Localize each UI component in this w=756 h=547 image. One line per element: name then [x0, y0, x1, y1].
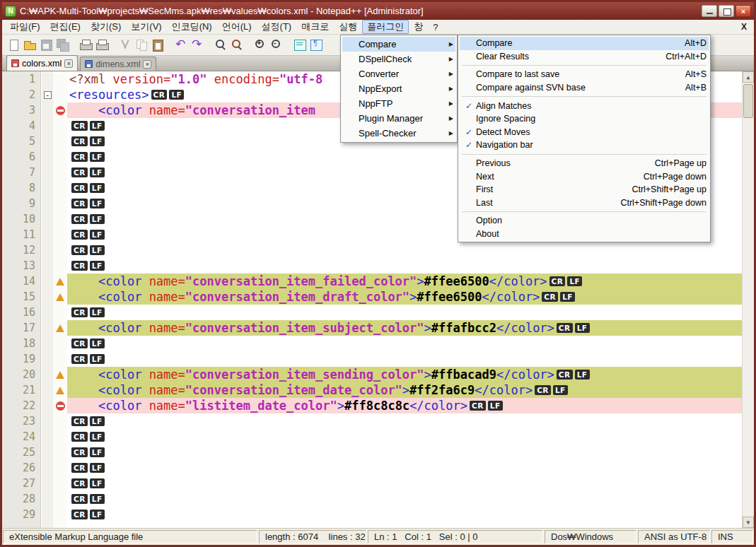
- eol-lf-marker: LF: [90, 478, 105, 488]
- scroll-down-icon[interactable]: ▼: [743, 517, 754, 528]
- menu-실행[interactable]: 실행: [334, 20, 362, 34]
- cut-icon: [118, 37, 133, 52]
- menu-item-label: Compare to last save: [476, 69, 559, 79]
- eol-lf-marker: LF: [90, 447, 105, 457]
- fold-margin: -: [42, 91, 53, 99]
- menu-item-compare[interactable]: Compare▶: [342, 37, 455, 52]
- tab-close-icon[interactable]: ×: [143, 60, 151, 69]
- checkmark-icon: ✓: [462, 127, 476, 137]
- paste-icon[interactable]: [151, 37, 165, 52]
- menu-언어-l[interactable]: 언어(L): [217, 20, 257, 34]
- status-insert-mode[interactable]: INS: [711, 530, 753, 543]
- menu-item-label: Last: [476, 198, 493, 208]
- menu-item-navigation-bar[interactable]: ✓Navigation bar: [460, 139, 709, 152]
- status-bar: eXtensible Markup Language file length :…: [2, 528, 754, 545]
- scroll-up-icon[interactable]: ▲: [743, 71, 754, 83]
- line-number: 19: [2, 353, 42, 365]
- editor-line-15: 15 <color name="conversation_item_draft_…: [2, 289, 742, 305]
- zoom-out-icon[interactable]: [269, 37, 284, 52]
- titlebar[interactable]: C:₩APK-Multi-Tool₩projects₩SecMms.apk₩re…: [2, 2, 754, 20]
- new-file-icon[interactable]: [6, 37, 21, 52]
- menu-item-compare-against-svn-base[interactable]: Compare against SVN baseAlt+B: [460, 81, 709, 95]
- menu-찾기-s[interactable]: 찾기(S): [86, 20, 126, 34]
- menu-shortcut: Ctrl+Shift+Page up: [612, 184, 706, 194]
- menu-item-compare[interactable]: CompareAlt+D: [460, 37, 709, 50]
- eol-cr-marker: CR: [549, 276, 566, 286]
- menu-item-dspellcheck[interactable]: DSpellCheck▶: [342, 52, 455, 66]
- status-encoding[interactable]: ANSI as UTF-8: [638, 530, 710, 543]
- status-doctype: eXtensible Markup Language file: [3, 530, 257, 543]
- redo-icon[interactable]: [190, 37, 205, 52]
- menu-item-label: Plugin Manager: [359, 113, 423, 124]
- find-icon[interactable]: [214, 37, 228, 52]
- status-eol-format[interactable]: Dos₩Windows: [545, 530, 636, 543]
- menu-item-option[interactable]: Option: [460, 214, 709, 228]
- line-text: CRLF: [67, 413, 742, 429]
- menu-item-detect-moves[interactable]: ✓Detect Moves: [460, 126, 709, 139]
- menu-창[interactable]: 창: [409, 20, 428, 34]
- vertical-scrollbar[interactable]: ▲ ▼: [742, 71, 754, 528]
- eol-cr-marker: CR: [71, 261, 88, 271]
- menu-item-previous[interactable]: PreviousCtrl+Page up: [460, 157, 709, 170]
- menu-편집-e[interactable]: 편집(E): [45, 20, 86, 34]
- menu-item-compare-to-last-save[interactable]: Compare to last saveAlt+S: [460, 68, 709, 81]
- menu-item-clear-results[interactable]: Clear ResultsCtrl+Alt+D: [460, 50, 709, 64]
- menu-shortcut: Alt+S: [665, 69, 706, 79]
- save-icon: [39, 37, 54, 52]
- menu-help[interactable]: ?: [428, 21, 443, 33]
- menu-item-label: Spell-Checker: [359, 128, 417, 139]
- menu-item-last[interactable]: LastCtrl+Shift+Page down: [460, 196, 709, 210]
- menu-플러그인[interactable]: 플러그인: [362, 20, 409, 34]
- menu-separator: [462, 65, 706, 66]
- editor-line-18: 18CRLF: [2, 336, 742, 351]
- menu-보기-v[interactable]: 보기(V): [126, 20, 166, 34]
- menu-매크로[interactable]: 매크로: [296, 20, 334, 34]
- eol-lf-marker: LF: [90, 354, 105, 364]
- eol-lf-marker: LF: [567, 276, 582, 286]
- replace-icon[interactable]: [230, 37, 245, 52]
- compare-submenu: CompareAlt+DClear ResultsCtrl+Alt+DCompa…: [458, 35, 711, 242]
- menu-item-nppexport[interactable]: NppExport▶: [342, 81, 455, 96]
- tab-colors-xml[interactable]: colors.xml×: [6, 55, 78, 71]
- print-icon[interactable]: [78, 37, 93, 52]
- fold-collapse-icon[interactable]: -: [44, 91, 52, 99]
- close-document-icon[interactable]: X: [741, 22, 747, 32]
- word-wrap-icon[interactable]: [293, 37, 308, 52]
- tab-close-icon[interactable]: ×: [64, 59, 73, 68]
- open-file-icon[interactable]: [23, 37, 37, 52]
- eol-lf-marker: LF: [560, 292, 575, 302]
- status-cursor-position: Ln : 1 Col : 1 Sel : 0 | 0: [368, 530, 543, 543]
- notepadpp-window: C:₩APK-Multi-Tool₩projects₩SecMms.apk₩re…: [0, 0, 756, 547]
- close-icon[interactable]: ×: [735, 5, 751, 17]
- menu-인코딩-n[interactable]: 인코딩(N): [167, 20, 217, 34]
- line-text: <color name="conversation_item_sending_c…: [67, 367, 742, 382]
- menu-item-about[interactable]: About: [460, 228, 709, 241]
- line-text: <color name="conversation_item_subject_c…: [67, 320, 742, 336]
- show-all-characters-icon[interactable]: [309, 37, 324, 52]
- menu-item-plugin-manager[interactable]: Plugin Manager▶: [342, 111, 455, 126]
- zoom-in-icon[interactable]: [253, 37, 268, 52]
- minimize-icon[interactable]: [702, 5, 717, 17]
- menu-파일-f[interactable]: 파일(F): [5, 20, 45, 34]
- scrollbar-thumb[interactable]: [743, 84, 753, 118]
- menu-item-spell-checker[interactable]: Spell-Checker▶: [342, 126, 455, 141]
- menu-item-label: NppExport: [359, 83, 402, 94]
- menu-item-ignore-spacing[interactable]: Ignore Spacing: [460, 112, 709, 126]
- line-number: 18: [2, 337, 42, 350]
- line-number: 8: [2, 182, 42, 194]
- menu-설정-t[interactable]: 설정(T): [257, 20, 297, 34]
- menu-item-align-matches[interactable]: ✓Align Matches: [460, 99, 709, 112]
- editor-line-29: 29CRLF: [2, 507, 742, 522]
- menu-item-next[interactable]: NextCtrl+Page down: [460, 170, 709, 183]
- line-text: CRLF: [67, 258, 742, 274]
- restore-icon[interactable]: [719, 5, 734, 17]
- undo-icon[interactable]: [174, 37, 189, 52]
- editor-line-23: 23CRLF: [2, 413, 742, 429]
- line-number: 26: [2, 461, 42, 474]
- print-now-icon[interactable]: [95, 37, 110, 52]
- tab-dimens-xml[interactable]: dimens.xml×: [80, 57, 156, 71]
- menu-item-first[interactable]: FirstCtrl+Shift+Page up: [460, 183, 709, 196]
- menu-item-nppftp[interactable]: NppFTP▶: [342, 96, 455, 111]
- line-number: 12: [2, 244, 42, 257]
- menu-item-converter[interactable]: Converter▶: [342, 66, 455, 81]
